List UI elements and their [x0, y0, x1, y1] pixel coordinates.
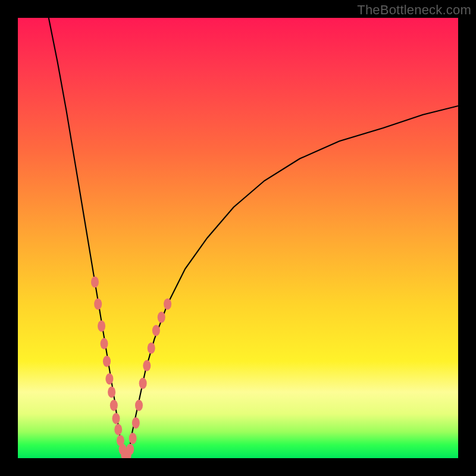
curve-marker: [126, 444, 134, 455]
curve-marker: [94, 299, 102, 310]
curve-marker: [114, 424, 122, 435]
curve-marker: [143, 360, 151, 371]
curve-marker: [112, 413, 120, 424]
chart-frame: TheBottleneck.com: [0, 0, 476, 476]
curve-marker: [164, 299, 171, 310]
curve-marker: [132, 417, 140, 428]
curve-marker: [110, 400, 118, 411]
bottleneck-curve-svg: [18, 18, 458, 458]
curve-marker: [101, 338, 108, 349]
curve-marker: [105, 373, 113, 384]
curve-marker: [139, 378, 147, 389]
curve-marker: [148, 343, 155, 354]
curve-marker: [98, 321, 105, 332]
curve-marker: [135, 400, 143, 411]
marker-group: [91, 277, 171, 459]
curve-marker: [103, 356, 111, 367]
curve-marker: [152, 325, 160, 336]
curve-marker: [108, 387, 115, 398]
plot-area: [18, 18, 458, 458]
curve-marker: [158, 312, 165, 323]
curve-marker: [129, 433, 137, 444]
watermark-text: TheBottleneck.com: [357, 2, 471, 18]
curve-marker: [91, 277, 99, 288]
